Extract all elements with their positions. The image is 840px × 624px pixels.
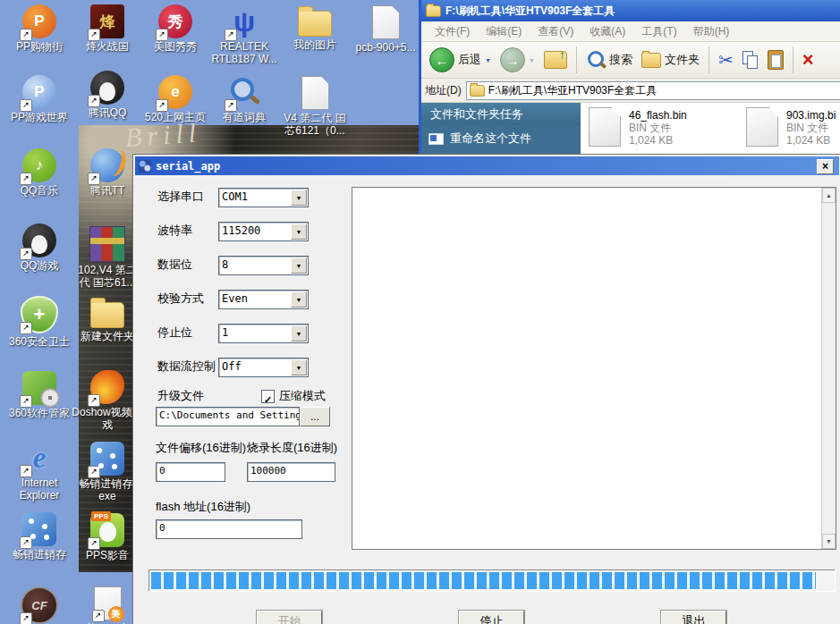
desktop-icon-crossfire[interactable]: CF↗穿越火线 <box>1 586 78 624</box>
forward-button[interactable]: → ▼ <box>497 46 538 74</box>
log-output[interactable]: ▲ ▼ <box>352 187 836 550</box>
desktop-icon-changxiao-jxc[interactable]: ↗畅销进销存 <box>1 512 78 561</box>
desktop-icon-qq-music[interactable]: ♪↗QQ音乐 <box>1 148 78 197</box>
chevron-down-icon[interactable]: ▼ <box>291 257 307 274</box>
desktop-icon-realtek-wlan[interactable]: ψ↗REALTEKRTL8187 W... <box>206 4 283 65</box>
icon-glyph: 美 <box>108 606 124 622</box>
flash-address-input[interactable]: 0 <box>156 519 302 539</box>
address-text: F:\刷机工具\华亚HTV903F全套工具 <box>488 83 658 98</box>
explorer-titlebar[interactable]: F:\刷机工具\华亚HTV903F全套工具 <box>421 0 840 21</box>
desktop-icon-pcb-document[interactable]: pcb-900+5... <box>347 4 424 54</box>
pps-player-icon: PPS↗ <box>90 513 124 547</box>
paste-icon <box>768 50 784 70</box>
folders-icon <box>641 53 661 68</box>
explorer-menubar: 文件(F)编辑(E)查看(V)收藏(A)工具(T)帮助(H) <box>421 21 840 42</box>
stop-button[interactable]: 停止 <box>459 611 524 624</box>
desktop-icon-internet-explorer[interactable]: e↗InternetExplorer <box>1 441 78 502</box>
flow-control-dropdown[interactable]: Off▼ <box>218 358 309 377</box>
parity-dropdown[interactable]: Even▼ <box>218 290 309 309</box>
menu-item[interactable]: 文件(F) <box>427 24 478 39</box>
stop-bits-value: 1 <box>222 326 228 339</box>
explorer-title: F:\刷机工具\华亚HTV903F全套工具 <box>445 4 615 19</box>
path-row: C:\Documents and Settings\Ad ... <box>133 407 357 426</box>
desktop-icon-meitu-xiuxiu[interactable]: 秀↗美图秀秀 <box>137 4 214 53</box>
data-bits-value: 8 <box>222 258 228 271</box>
desktop-icon-360-software-manager[interactable]: ↗360软件管家 <box>1 371 78 419</box>
shortcut-arrow-icon: ↗ <box>20 536 32 549</box>
rename-file-task[interactable]: 重命名这个文件 <box>421 125 581 147</box>
desktop-icon-v4-chip-document[interactable]: V4 第二代 国芯6121（0... <box>276 75 353 137</box>
cut-button[interactable]: ✂ <box>716 47 736 72</box>
data-bits-dropdown[interactable]: 8▼ <box>218 256 309 275</box>
search-button[interactable]: 搜索 <box>583 47 635 72</box>
compress-checkbox[interactable]: ✓ <box>261 390 275 403</box>
file-path-input[interactable]: C:\Documents and Settings\Ad <box>156 407 300 426</box>
menu-item[interactable]: 收藏(A) <box>581 24 633 39</box>
stop-bits-dropdown[interactable]: 1▼ <box>218 324 309 343</box>
crossfire-icon: CF↗ <box>21 586 58 624</box>
file-meta: 46_flash.binBIN 文件1,024 KB <box>629 107 687 147</box>
shortcut-arrow-icon: ↗ <box>20 465 32 477</box>
task-pane: 文件和文件夹任务 重命名这个文件 <box>421 103 581 154</box>
back-dropdown-icon[interactable]: ▼ <box>485 57 491 63</box>
desktop-icon-qq-game[interactable]: ↗QQ游戏 <box>1 223 78 272</box>
desktop-icon-label: 腾讯QQ <box>69 106 146 119</box>
desktop-icon-label: 360安全卫士 <box>1 335 78 348</box>
desktop-icon-pp-shopping[interactable]: P↗PP购物街 <box>1 4 78 53</box>
copy-button[interactable] <box>740 49 761 71</box>
folder-icon <box>470 85 485 97</box>
file-list: 46_flash.binBIN 文件1,024 KB903.img.biBIN … <box>581 103 840 154</box>
menu-item[interactable]: 编辑(E) <box>478 24 530 39</box>
menu-item[interactable]: 帮助(H) <box>685 24 738 39</box>
flow-control-row: 数据流控制Off▼ <box>133 358 357 375</box>
back-button[interactable]: ← 后退 ▼ <box>427 46 494 74</box>
delete-button[interactable]: × <box>800 49 817 71</box>
file-item[interactable]: 903.img.biBIN 文件1,024 KB <box>746 107 836 147</box>
folder-icon <box>426 5 441 17</box>
up-button[interactable]: ↑ <box>541 49 570 71</box>
desktop-icon-youdao-dict[interactable]: ↗有道词典 <box>206 75 283 123</box>
desktop-icon-fenghuo-zhanguo[interactable]: 烽↗烽火战国 <box>69 4 146 53</box>
chevron-down-icon[interactable]: ▼ <box>291 325 307 342</box>
scroll-up-icon[interactable]: ▲ <box>822 188 836 203</box>
back-icon: ← <box>429 47 454 72</box>
desktop-icon-label: QQ音乐 <box>1 184 78 197</box>
serial-port-dropdown[interactable]: COM1▼ <box>218 188 309 207</box>
desktop-icon-my-pictures[interactable]: 我的图片 <box>276 4 353 51</box>
menu-item[interactable]: 查看(V) <box>530 24 581 39</box>
dialog-titlebar[interactable]: serial_app × <box>135 156 839 175</box>
desktop-icon-pp-game-world[interactable]: P↗PP游戏世界 <box>1 75 78 123</box>
shortcut-arrow-icon: ↗ <box>88 95 100 107</box>
length-input[interactable]: 100000 <box>247 462 335 482</box>
browse-button[interactable]: ... <box>300 407 330 426</box>
baud-rate-dropdown[interactable]: 115200▼ <box>218 222 309 241</box>
changxiao-jxc-exe-icon: ↗ <box>90 442 124 476</box>
start-button[interactable]: 开始 <box>257 611 322 624</box>
address-input[interactable]: F:\刷机工具\华亚HTV903F全套工具 <box>466 81 840 100</box>
qq-game-icon: ↗ <box>22 223 56 257</box>
chevron-down-icon[interactable]: ▼ <box>291 291 307 308</box>
log-scrollbar[interactable]: ▲ ▼ <box>821 188 836 549</box>
chevron-down-icon[interactable]: ▼ <box>291 190 307 206</box>
folders-button[interactable]: 文件夹 <box>639 50 702 70</box>
offset-input[interactable]: 0 <box>156 462 225 482</box>
youdao-dict-icon: ↗ <box>227 75 261 109</box>
desktop-icon-360-safe-guard[interactable]: +↗360安全卫士 <box>1 296 78 348</box>
desktop-icon-tencent-qq[interactable]: ↗腾讯QQ <box>69 71 146 119</box>
file-item[interactable]: 46_flash.binBIN 文件1,024 KB <box>589 107 687 147</box>
close-button[interactable]: × <box>817 159 834 174</box>
forward-icon: → <box>500 47 525 72</box>
baud-rate-label: 波特率 <box>157 222 192 240</box>
desktop-icon-label: REALTEKRTL8187 W... <box>206 40 283 65</box>
desktop-icon-label: 美图秀秀 <box>137 40 214 53</box>
paste-button[interactable] <box>765 48 786 72</box>
menu-item[interactable]: 工具(T) <box>633 24 684 39</box>
desktop-icon-520-homepage[interactable]: e↗520上网主页 <box>137 75 214 123</box>
pcb-document-icon <box>372 5 400 39</box>
chevron-down-icon[interactable]: ▼ <box>291 359 307 375</box>
exit-button[interactable]: 退出 <box>661 611 726 624</box>
forward-dropdown-icon[interactable]: ▼ <box>529 57 535 63</box>
scroll-down-icon[interactable]: ▼ <box>822 534 836 549</box>
chevron-down-icon[interactable]: ▼ <box>291 223 307 240</box>
tencent-qq-icon: ↗ <box>90 71 124 105</box>
